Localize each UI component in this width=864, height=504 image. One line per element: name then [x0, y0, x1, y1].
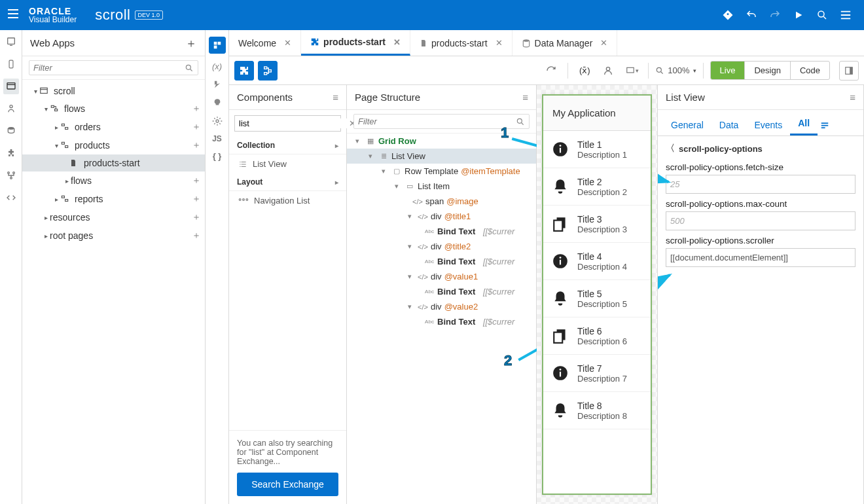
node-div-value1[interactable]: ▾</>div@value1	[347, 269, 536, 284]
close-icon[interactable]: ✕	[600, 38, 607, 48]
pi-overflow-icon[interactable]	[818, 116, 832, 135]
tab-products-start-designer[interactable]: products-start✕	[301, 30, 410, 56]
tab-products-start-page[interactable]: products-start✕	[410, 30, 513, 56]
rail-mobile-icon[interactable]	[3, 34, 19, 50]
close-icon[interactable]: ✕	[393, 37, 401, 47]
tree-node-resources[interactable]: ▸resources＋	[22, 208, 205, 226]
js-icon[interactable]: JS	[212, 134, 222, 143]
rail-source-icon[interactable]	[3, 190, 19, 206]
component-navlist[interactable]: Navigation List	[229, 191, 346, 210]
user-icon[interactable]	[598, 61, 618, 81]
pi-tab-general[interactable]: General	[663, 115, 711, 135]
components-search-input[interactable]	[239, 118, 349, 128]
node-listitem[interactable]: ▾▭List Item	[347, 179, 536, 194]
designer-icon[interactable]	[209, 37, 226, 54]
close-icon[interactable]: ✕	[495, 38, 503, 48]
rail-components-icon[interactable]	[3, 145, 19, 161]
section-layout[interactable]: Layout▸	[229, 173, 346, 191]
redo-icon[interactable]	[765, 5, 785, 26]
pi-tab-all[interactable]: All	[790, 113, 818, 135]
pi-tab-data[interactable]: Data	[711, 115, 747, 135]
git-icon[interactable]	[717, 5, 738, 26]
pagestruct-filter-input[interactable]	[358, 117, 516, 126]
rail-bo-icon[interactable]	[3, 123, 19, 139]
list-item[interactable]: Title 4Description 4	[543, 243, 651, 280]
node-bindtext-1[interactable]: AbcBind Text [[$currer	[347, 224, 536, 239]
item-desc: Description 3	[577, 225, 627, 234]
tab-data-manager[interactable]: Data Manager✕	[513, 30, 618, 56]
menu-icon[interactable]: ≡	[522, 92, 528, 103]
components-search[interactable]: ✕	[234, 115, 341, 132]
mode-code[interactable]: Code	[790, 62, 829, 79]
app-preview[interactable]: My Application Title 1Description 1Title…	[542, 94, 652, 495]
list-item[interactable]: Title 2Description 2	[543, 168, 651, 206]
close-icon[interactable]: ✕	[284, 38, 291, 48]
tree-node-reports[interactable]: ▸reports＋	[22, 190, 205, 208]
node-div-title1[interactable]: ▾</>div@title1	[347, 209, 536, 224]
actions-icon[interactable]	[213, 79, 222, 90]
section-collection[interactable]: Collection▸	[229, 137, 346, 154]
rail-web-icon[interactable]	[3, 79, 19, 94]
node-bindtext-4[interactable]: AbcBind Text [[$currer	[347, 314, 536, 329]
zoom-control[interactable]: 100%▾	[655, 65, 696, 75]
run-icon[interactable]	[788, 5, 809, 26]
search-icon[interactable]	[812, 5, 833, 26]
add-webapp-button[interactable]: ＋	[185, 35, 197, 51]
webapps-filter-input[interactable]	[33, 63, 185, 73]
field-input[interactable]	[666, 211, 855, 230]
mode-design[interactable]: Design	[744, 62, 789, 79]
list-item[interactable]: Title 8Description 8	[543, 392, 651, 429]
device-select-icon[interactable]: ▾	[622, 61, 641, 81]
undo-icon[interactable]	[741, 5, 762, 26]
mode-live[interactable]: Live	[711, 62, 745, 79]
menu-icon[interactable]: ≡	[333, 92, 338, 103]
search-exchange-button[interactable]: Search Exchange	[237, 473, 338, 496]
field-input[interactable]	[666, 248, 855, 267]
hamburger-icon[interactable]	[7, 7, 22, 23]
tree-node-flows2[interactable]: ▸flows＋	[22, 171, 205, 190]
events-icon[interactable]	[213, 98, 222, 108]
tab-welcome[interactable]: Welcome✕	[229, 30, 301, 56]
collapse-pi-icon[interactable]	[839, 61, 859, 81]
fx-icon[interactable]: (x̄)	[575, 61, 594, 81]
pi-breadcrumb[interactable]: 〈scroll-policy-options	[666, 143, 855, 154]
tree-node-products-start[interactable]: products-start	[22, 154, 205, 171]
pi-tab-events[interactable]: Events	[746, 115, 790, 135]
menu-icon[interactable]	[835, 5, 856, 26]
structure-toggle[interactable]	[258, 61, 278, 81]
node-listview[interactable]: ▾≣List View	[347, 149, 536, 164]
svg-rect-11	[51, 105, 54, 107]
node-div-title2[interactable]: ▾</>div@title2	[347, 239, 536, 254]
components-toggle[interactable]	[234, 61, 254, 81]
tree-node-rootpages[interactable]: ▸root pages＋	[22, 226, 205, 245]
rail-processes-icon[interactable]	[3, 168, 19, 183]
component-listview[interactable]: List View	[229, 154, 346, 173]
node-rowtemplate[interactable]: ▾▢Row Template@itemTemplate	[347, 164, 536, 179]
menu-icon[interactable]: ≡	[850, 92, 855, 103]
json-icon[interactable]: { }	[213, 151, 222, 161]
rail-services-icon[interactable]	[3, 101, 19, 117]
settings-icon[interactable]	[212, 116, 223, 126]
list-item[interactable]: Title 5Description 5	[543, 280, 651, 317]
webapps-filter[interactable]	[29, 60, 198, 75]
node-bindtext-3[interactable]: AbcBind Text [[$currer	[347, 284, 536, 299]
listitem-icon: ▭	[405, 182, 415, 190]
node-div-value2[interactable]: ▾</>div@value2	[347, 299, 536, 314]
node-span-image[interactable]: </>span@image	[347, 194, 536, 209]
field-input[interactable]	[666, 175, 855, 194]
list-item[interactable]: Title 3Description 3	[543, 206, 651, 243]
node-bindtext-2[interactable]: AbcBind Text [[$currer	[347, 254, 536, 269]
tree-node-products[interactable]: ▾products＋	[22, 136, 205, 154]
page-structure-panel: Page Structure≡ ▾▦Grid Row ▾≣List View ▾…	[347, 85, 537, 504]
rail-phone-icon[interactable]	[3, 56, 19, 72]
bell-icon	[550, 288, 571, 309]
reload-icon[interactable]	[541, 61, 561, 81]
svg-rect-31	[850, 67, 852, 74]
list-item[interactable]: Title 7Description 7	[543, 355, 651, 392]
tree-node-orders[interactable]: ▸orders＋	[22, 118, 205, 136]
list-item[interactable]: Title 6Description 6	[543, 317, 651, 355]
tree-node-scroll[interactable]: ▾scroll	[22, 82, 205, 99]
variables-icon[interactable]: (x)	[212, 62, 222, 71]
tree-node-flows[interactable]: ▾flows＋	[22, 99, 205, 118]
list-item[interactable]: Title 1Description 1	[543, 131, 651, 168]
